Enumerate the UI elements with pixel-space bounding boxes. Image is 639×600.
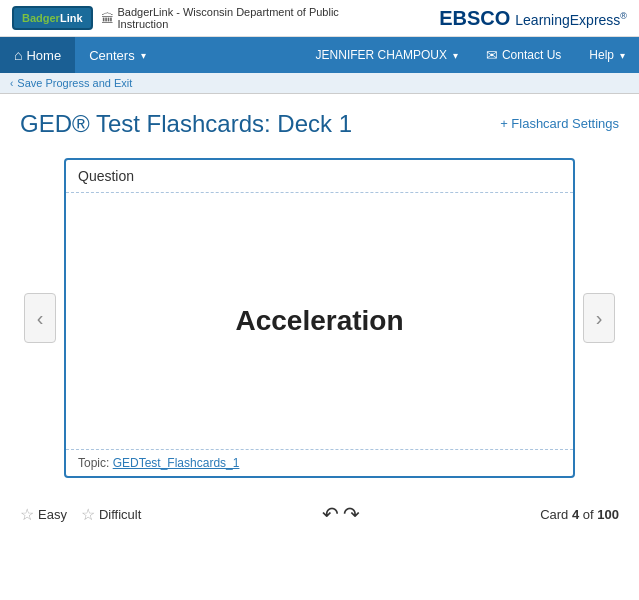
save-progress-bar[interactable]: ‹ Save Progress and Exit (0, 73, 639, 94)
page-header: GED® Test Flashcards: Deck 1 + Flashcard… (20, 110, 619, 138)
flashcard-body[interactable]: Acceleration (66, 193, 573, 449)
card-prefix: Card (540, 507, 572, 522)
home-icon: ⌂ (14, 47, 22, 63)
building-icon: 🏛 (101, 11, 114, 26)
flashcard-word: Acceleration (235, 305, 403, 337)
nav-home[interactable]: ⌂ Home (0, 37, 75, 73)
flip-back-icon[interactable]: ↶ (322, 502, 339, 526)
card-of: of (579, 507, 597, 522)
card-total: 100 (597, 507, 619, 522)
save-progress-label: Save Progress and Exit (17, 77, 132, 89)
flashcard-footer: Topic: GEDTest_Flashcards_1 (66, 449, 573, 476)
page-title: GED® Test Flashcards: Deck 1 (20, 110, 352, 138)
nav-centers[interactable]: Centers ▾ (75, 37, 160, 73)
home-label: Home (26, 48, 61, 63)
difficult-label: Difficult (99, 507, 141, 522)
flashcard-settings-button[interactable]: + Flashcard Settings (500, 116, 619, 131)
next-card-button[interactable]: › (583, 293, 615, 343)
flashcard-area: ‹ Question Acceleration Topic: GEDTest_F… (20, 158, 619, 478)
difficult-star-icon: ☆ (81, 505, 95, 524)
settings-label: + Flashcard Settings (500, 116, 619, 131)
nav-bar: ⌂ Home Centers ▾ JENNIFER CHAMPOUX ▾ ✉ C… (0, 37, 639, 73)
flashcard-header-label: Question (78, 168, 134, 184)
nav-user[interactable]: JENNIFER CHAMPOUX ▾ (302, 37, 472, 73)
flashcard-header: Question (66, 160, 573, 193)
difficult-rating[interactable]: ☆ Difficult (81, 505, 141, 524)
rating-group: ☆ Easy ☆ Difficult (20, 505, 141, 524)
prev-card-button[interactable]: ‹ (24, 293, 56, 343)
user-label: JENNIFER CHAMPOUX (316, 48, 447, 62)
nav-left: ⌂ Home Centers ▾ (0, 37, 160, 73)
institution-info: 🏛 BadgerLink - Wisconsin Department of P… (101, 6, 339, 30)
help-caret-icon: ▾ (620, 50, 625, 61)
top-bar: BadgerLink 🏛 BadgerLink - Wisconsin Depa… (0, 0, 639, 37)
easy-star-icon: ☆ (20, 505, 34, 524)
flip-group[interactable]: ↶ ↷ (322, 502, 360, 526)
contact-label: Contact Us (502, 48, 561, 62)
easy-label: Easy (38, 507, 67, 522)
flip-forward-icon[interactable]: ↷ (343, 502, 360, 526)
nav-help[interactable]: Help ▾ (575, 37, 639, 73)
bottom-controls: ☆ Easy ☆ Difficult ↶ ↷ Card 4 of 100 (20, 494, 619, 534)
right-arrow-icon: › (596, 307, 603, 330)
topic-link[interactable]: GEDTest_Flashcards_1 (113, 456, 240, 470)
topic-prefix: Topic: (78, 456, 113, 470)
card-counter: Card 4 of 100 (540, 507, 619, 522)
page-content: GED® Test Flashcards: Deck 1 + Flashcard… (0, 94, 639, 550)
nav-right: JENNIFER CHAMPOUX ▾ ✉ Contact Us Help ▾ (302, 37, 639, 73)
nav-contact[interactable]: ✉ Contact Us (472, 37, 575, 73)
help-label: Help (589, 48, 614, 62)
flashcard: Question Acceleration Topic: GEDTest_Fla… (64, 158, 575, 478)
left-arrow-icon: ‹ (37, 307, 44, 330)
centers-caret-icon: ▾ (141, 50, 146, 61)
user-caret-icon: ▾ (453, 50, 458, 61)
badger-logo: BadgerLink 🏛 BadgerLink - Wisconsin Depa… (12, 6, 339, 30)
badger-logo-badge[interactable]: BadgerLink (12, 6, 93, 30)
mail-icon: ✉ (486, 47, 498, 63)
ebsco-brand: EBSCO LearningExpress® (439, 7, 627, 30)
institution-text: BadgerLink - Wisconsin Department of Pub… (118, 6, 339, 30)
ebsco-text: EBSCO (439, 7, 510, 29)
centers-label: Centers (89, 48, 135, 63)
learning-text: LearningExpress® (515, 12, 627, 28)
back-arrow-icon: ‹ (10, 78, 13, 89)
easy-rating[interactable]: ☆ Easy (20, 505, 67, 524)
